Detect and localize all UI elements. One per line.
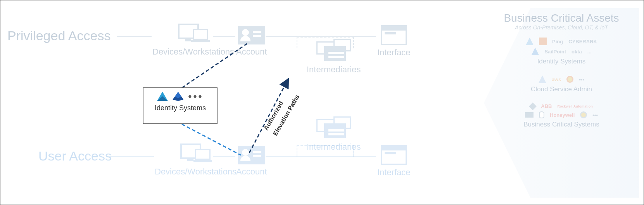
group-bcs-title: Business Critical Systems (489, 121, 634, 128)
priv-account-label: Account (236, 47, 267, 57)
user-access-title: User Access (38, 149, 112, 164)
devices-icon (178, 24, 209, 44)
account-icon (238, 26, 265, 44)
cyberark-logo: CYBERARK (568, 39, 597, 44)
privileged-access-title: Privileged Access (7, 28, 110, 43)
server-logo-icon (525, 112, 534, 118)
priv-interface-node: Interface (377, 25, 411, 58)
abb-logo: ABB (541, 103, 552, 109)
user-devices-node: Devices/Workstations (155, 144, 237, 177)
group-identity-title: Identity Systems (489, 58, 634, 65)
aws-logo: aws (552, 77, 561, 82)
user-interface-label: Interface (377, 167, 411, 178)
priv-interface-label: Interface (377, 48, 411, 58)
more-icon: ••• (188, 94, 203, 98)
azure-ad-icon (173, 92, 183, 101)
priv-intermediaries-node: Intermediaries (307, 39, 361, 75)
user-account-node: Account (236, 146, 267, 177)
honeywell-logo: Honeywell (550, 112, 575, 118)
more-dots: ... (587, 49, 592, 55)
user-interface-node: Interface (377, 145, 411, 178)
aad-logo-icon (531, 48, 539, 55)
identity-systems-label: Identity Systems (143, 104, 217, 112)
ge-logo-icon (580, 111, 587, 118)
user-account-label: Account (236, 167, 267, 177)
account-icon (238, 146, 265, 164)
ping-logo: Ping (552, 39, 563, 44)
sap-logo-icon (529, 102, 537, 110)
azure-cloud-icon (539, 75, 546, 83)
okta-logo: okta (571, 49, 582, 55)
interface-icon (381, 25, 407, 45)
more-dots: ••• (579, 77, 584, 82)
sailpoint-logo: SailPoint (544, 49, 566, 55)
priv-inter-label: Intermediaries (307, 65, 361, 75)
user-intermediaries-node: Intermediaries (307, 116, 361, 152)
group-cloud-admin: aws ••• Cloud Service Admin (489, 75, 634, 93)
user-inter-label: Intermediaries (307, 142, 361, 152)
database-logo-icon (539, 111, 544, 118)
azure-ad-pyramid-icon (157, 92, 168, 101)
user-devices-label: Devices/Workstations (155, 167, 237, 177)
interface-icon (381, 145, 407, 165)
business-critical-panel: Business Critical Assets Across On-Premi… (484, 8, 639, 198)
panel-heading: Business Critical Assets (489, 12, 634, 24)
group-cloud-title: Cloud Service Admin (489, 85, 634, 93)
ping-logo-icon (539, 38, 547, 45)
panel-subheading: Across On-Premises, Cloud, OT, & IoT (489, 24, 634, 31)
group-bcs: ABB Rockwell Automation Honeywell ••• Bu… (489, 103, 634, 128)
priv-devices-label: Devices/Workstations (152, 47, 234, 57)
priv-devices-node: Devices/Workstations (152, 24, 234, 57)
intermediaries-icon (316, 116, 351, 140)
devices-icon (180, 144, 211, 164)
identity-systems-box: ••• Identity Systems (143, 87, 218, 124)
gcp-logo-icon (566, 76, 573, 83)
intermediaries-icon (316, 39, 351, 62)
group-identity-systems: Ping CYBERARK SailPoint okta ... Identit… (489, 38, 634, 65)
priv-account-node: Account (236, 26, 267, 57)
azure-logo-icon (526, 38, 534, 45)
rockwell-logo: Rockwell Automation (557, 104, 592, 108)
more-dots: ••• (592, 112, 598, 118)
